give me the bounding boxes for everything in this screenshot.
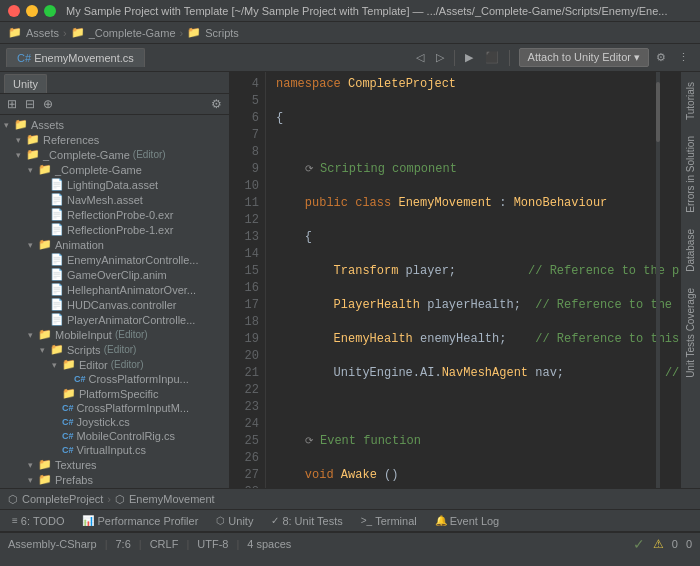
- tree-item-mobilecontrol[interactable]: C# MobileControlRig.cs: [0, 429, 229, 443]
- tab-event-log[interactable]: 🔔 Event Log: [427, 513, 508, 529]
- tree-item-cpi[interactable]: C# CrossPlatformInpu...: [0, 372, 229, 386]
- tree-item-lighting[interactable]: 📄 LightingData.asset: [0, 177, 229, 192]
- toolbar-settings-btn[interactable]: ⚙: [651, 49, 671, 66]
- traffic-light-green[interactable]: [44, 5, 56, 17]
- breadcrumb-complete-game[interactable]: _Complete-Game: [89, 27, 176, 39]
- window-title: My Sample Project with Template [~/My Sa…: [66, 5, 667, 17]
- tree-icon-cpim: C#: [62, 403, 74, 413]
- tree-sub-cg-outer: (Editor): [133, 149, 166, 160]
- code-line-13: UnityEngine.AI.NavMeshAgent nav; // Refe…: [276, 365, 680, 382]
- tree-arrow-tex: ▾: [28, 460, 38, 470]
- tree-item-mobileinput[interactable]: ▾ 📁 MobileInput (Editor): [0, 327, 229, 342]
- tree-item-hud[interactable]: 📄 HUDCanvas.controller: [0, 297, 229, 312]
- right-sidebar: Tutorials Errors in Solution Database Un…: [680, 72, 700, 488]
- tree-label-cg-outer: _Complete-Game: [43, 149, 130, 161]
- bb-sep-1: ›: [107, 493, 111, 505]
- tree-sub-scripts-mi: (Editor): [104, 344, 137, 355]
- tree-item-prefabs[interactable]: ▾ 📁 Prefabs: [0, 472, 229, 487]
- sidebar-toolbar: ⊞ ⊟ ⊕ ⚙: [0, 94, 229, 115]
- ln-6: 6: [238, 110, 259, 127]
- tree-item-complete-game-outer[interactable]: ▾ 📁 _Complete-Game (Editor): [0, 147, 229, 162]
- tree-item-complete-game[interactable]: ▾ 📁 _Complete-Game: [0, 162, 229, 177]
- tree-icon-cg: 📁: [38, 163, 52, 176]
- tree-item-cpim[interactable]: C# CrossPlatformInputM...: [0, 401, 229, 415]
- tab-unit-tests[interactable]: ✓ 8: Unit Tests: [263, 513, 350, 529]
- tree-label-ps: PlatformSpecific: [79, 388, 158, 400]
- traffic-light-yellow[interactable]: [26, 5, 38, 17]
- ln-11: 11: [238, 195, 259, 212]
- toolbar: C# EnemyMovement.cs ◁ ▷ ▶ ⬛ Attach to Un…: [0, 44, 700, 72]
- tree-icon-gameover: 📄: [50, 268, 64, 281]
- toolbar-more-btn[interactable]: ⋮: [673, 49, 694, 66]
- tree-item-references[interactable]: ▾ 📁 References: [0, 132, 229, 147]
- tree-item-animation[interactable]: ▾ 📁 Animation: [0, 237, 229, 252]
- toolbar-step-btn[interactable]: ⬛: [480, 49, 504, 66]
- event-log-icon: 🔔: [435, 515, 447, 526]
- sidebar-expand-btn[interactable]: ⊟: [22, 96, 38, 112]
- ln-25: 25: [238, 433, 259, 450]
- tree-item-scripts-mi[interactable]: ▾ 📁 Scripts (Editor): [0, 342, 229, 357]
- tab-unit-tests-label: 8: Unit Tests: [282, 515, 342, 527]
- code-line-4: namespace CompleteProject: [276, 76, 680, 93]
- tree-item-rp0[interactable]: 📄 ReflectionProbe-0.exr: [0, 207, 229, 222]
- sidebar-tab-unity[interactable]: Unity: [4, 74, 47, 93]
- sidebar-settings-btn[interactable]: ⚙: [208, 96, 225, 112]
- scrollbar-track[interactable]: [656, 72, 660, 488]
- file-tab-label: EnemyMovement.cs: [34, 52, 134, 64]
- breadcrumb-assets[interactable]: 📁: [8, 26, 22, 39]
- breadcrumb-assets-label[interactable]: Assets: [26, 27, 59, 39]
- attach-unity-btn[interactable]: Attach to Unity Editor ▾: [519, 48, 649, 67]
- traffic-light-red[interactable]: [8, 5, 20, 17]
- right-tab-database[interactable]: Database: [683, 223, 698, 278]
- right-tab-unit-tests[interactable]: Unit Tests Coverage: [683, 282, 698, 384]
- tree-item-scripts[interactable]: ▾ 📁 Scripts: [0, 487, 229, 488]
- toolbar-sep-2: [509, 50, 510, 66]
- breadcrumb-complete-game-icon: 📁: [71, 26, 85, 39]
- tree-item-virtualinput[interactable]: C# VirtualInput.cs: [0, 443, 229, 457]
- tree-item-assets[interactable]: ▾ 📁 Assets: [0, 117, 229, 132]
- tree-item-navmesh[interactable]: 📄 NavMesh.asset: [0, 192, 229, 207]
- toolbar-run-btn[interactable]: ▶: [460, 49, 478, 66]
- bb-complete-project[interactable]: CompleteProject: [22, 493, 103, 505]
- ln-26: 26: [238, 450, 259, 467]
- tree-icon-anim: 📁: [38, 238, 52, 251]
- ln-21: 21: [238, 365, 259, 382]
- toolbar-forward-btn[interactable]: ▷: [431, 49, 449, 66]
- sidebar-filter-btn[interactable]: ⊕: [40, 96, 56, 112]
- tab-terminal[interactable]: >_ Terminal: [353, 513, 425, 529]
- status-right: ✓ ⚠ 0 0: [633, 536, 692, 552]
- tree-item-gameover[interactable]: 📄 GameOverClip.anim: [0, 267, 229, 282]
- tree-item-playeranim[interactable]: 📄 PlayerAnimatorControlle...: [0, 312, 229, 327]
- tree-label-hellephant: HellephantAnimatorOver...: [67, 284, 196, 296]
- tab-todo[interactable]: ≡ 6: TODO: [4, 513, 72, 529]
- tab-profiler[interactable]: 📊 Performance Profiler: [74, 513, 206, 529]
- sidebar-collapse-btn[interactable]: ⊞: [4, 96, 20, 112]
- code-content[interactable]: 4 5 6 7 8 9 10 11 12 13 14 15 16 17 18 1…: [230, 72, 680, 488]
- tab-unity-bottom[interactable]: ⬡ Unity: [208, 513, 261, 529]
- tree-arrow-editor: ▾: [52, 360, 62, 370]
- ln-20: 20: [238, 348, 259, 365]
- bb-enemy-icon: ⬡: [115, 493, 125, 506]
- tree-item-editor[interactable]: ▾ 📁 Editor (Editor): [0, 357, 229, 372]
- tree-item-enemyanim[interactable]: 📄 EnemyAnimatorControlle...: [0, 252, 229, 267]
- code-line-8: public class EnemyMovement : MonoBehavio…: [276, 195, 680, 212]
- status-sep-4: |: [236, 538, 239, 550]
- tree-item-textures[interactable]: ▾ 📁 Textures: [0, 457, 229, 472]
- breadcrumb-scripts[interactable]: Scripts: [205, 27, 239, 39]
- ln-10: 10: [238, 178, 259, 195]
- ln-22: 22: [238, 382, 259, 399]
- scrollbar-thumb[interactable]: [656, 82, 660, 142]
- tree-item-joystick[interactable]: C# Joystick.cs: [0, 415, 229, 429]
- tree-item-hellephant[interactable]: 📄 HellephantAnimatorOver...: [0, 282, 229, 297]
- tree-item-platformspecific[interactable]: 📁 PlatformSpecific: [0, 386, 229, 401]
- bb-enemy-movement[interactable]: EnemyMovement: [129, 493, 215, 505]
- tree-item-rp1[interactable]: 📄 ReflectionProbe-1.exr: [0, 222, 229, 237]
- right-tab-tutorials[interactable]: Tutorials: [683, 76, 698, 126]
- code-text[interactable]: namespace CompleteProject { ⟳ Scripting …: [266, 72, 680, 488]
- ln-16: 16: [238, 280, 259, 297]
- file-tab[interactable]: C# EnemyMovement.cs: [6, 48, 145, 67]
- right-tab-errors[interactable]: Errors in Solution: [683, 130, 698, 219]
- breadcrumb-bar: 📁 Assets › 📁 _Complete-Game › 📁 Scripts: [0, 22, 700, 44]
- tree-label-vi: VirtualInput.cs: [77, 444, 147, 456]
- toolbar-back-btn[interactable]: ◁: [411, 49, 429, 66]
